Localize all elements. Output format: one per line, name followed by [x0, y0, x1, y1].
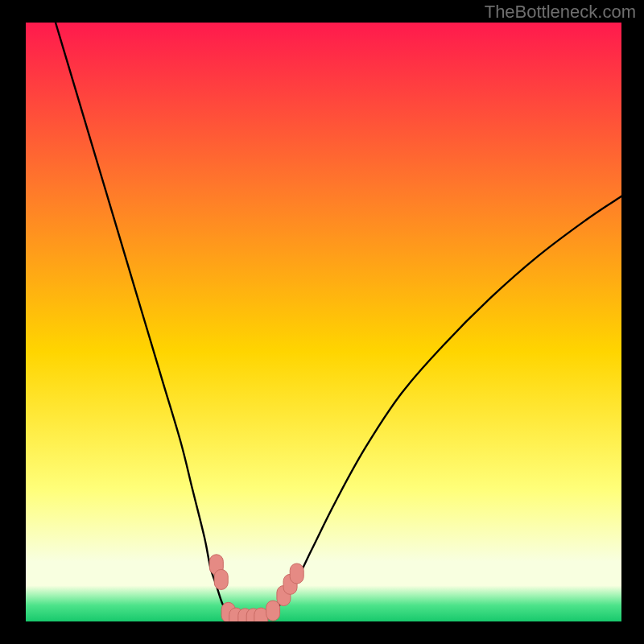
plot-area	[26, 23, 621, 621]
chart-frame: TheBottleneck.com	[0, 0, 644, 644]
data-marker	[290, 564, 303, 584]
data-marker	[214, 569, 228, 589]
gradient-background	[26, 23, 621, 621]
data-marker	[266, 601, 280, 621]
watermark-text: TheBottleneck.com	[485, 2, 636, 23]
chart-svg	[26, 23, 621, 621]
green-zone	[26, 585, 621, 621]
